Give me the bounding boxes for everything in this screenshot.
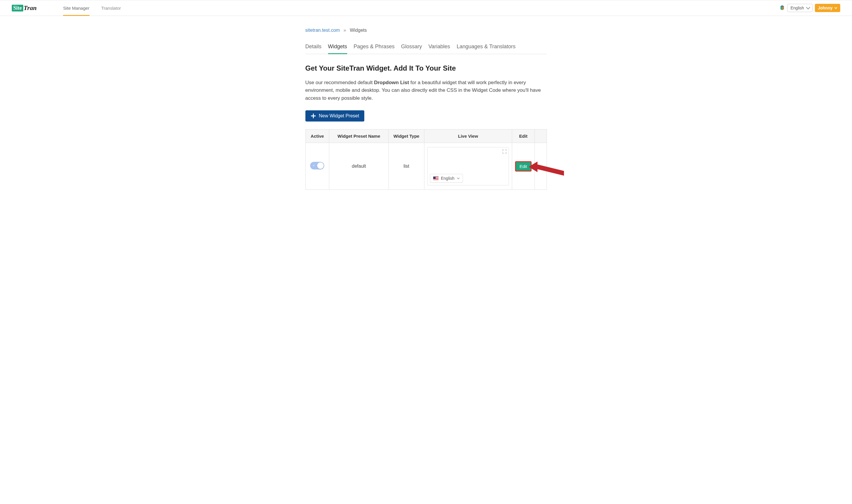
- widget-live-dropdown[interactable]: English: [430, 174, 463, 183]
- tab-glossary[interactable]: Glossary: [401, 43, 422, 54]
- new-widget-preset-button[interactable]: New Widget Preset: [306, 110, 365, 122]
- user-name: Johnny: [818, 5, 833, 10]
- language-select-wrap: English: [787, 4, 813, 12]
- page-title: Get Your SiteTran Widget. Add It To Your…: [306, 64, 547, 72]
- col-type: Widget Type: [388, 129, 424, 143]
- logo-rest: Tran: [23, 4, 36, 12]
- tab-details[interactable]: Details: [306, 43, 321, 54]
- breadcrumb-sep: »: [343, 28, 346, 33]
- breadcrumb-current: Widgets: [350, 28, 367, 33]
- tab-pages-phrases[interactable]: Pages & Phrases: [354, 43, 395, 54]
- flag-us-icon: [433, 177, 438, 180]
- tab-variables[interactable]: Variables: [429, 43, 450, 54]
- nav-links: Site Manager Translator: [63, 0, 121, 16]
- nav-translator[interactable]: Translator: [101, 0, 121, 16]
- expand-icon[interactable]: [502, 149, 507, 154]
- col-rest: [535, 129, 546, 143]
- user-menu-button[interactable]: Johnny: [815, 4, 840, 12]
- col-live: Live View: [424, 129, 512, 143]
- new-preset-label: New Widget Preset: [319, 113, 359, 119]
- logo[interactable]: SiteTran: [12, 4, 36, 12]
- edit-button[interactable]: Edit: [515, 161, 532, 172]
- cell-widget-type: list: [388, 143, 424, 190]
- toggle-knob: [317, 162, 324, 169]
- language-select[interactable]: English: [787, 4, 813, 12]
- col-active: Active: [306, 129, 329, 143]
- plus-icon: [311, 113, 316, 119]
- main-content: sitetran.test.com » Widgets Details Widg…: [306, 16, 547, 213]
- live-lang-label: English: [441, 176, 454, 181]
- col-edit: Edit: [512, 129, 535, 143]
- chevron-down-icon: [834, 6, 837, 10]
- cell-preset-name: default: [329, 143, 389, 190]
- subtabs: Details Widgets Pages & Phrases Glossary…: [306, 43, 547, 54]
- preset-table: Active Widget Preset Name Widget Type Li…: [306, 129, 547, 190]
- books-icon[interactable]: [780, 5, 785, 11]
- active-toggle[interactable]: ✓: [310, 162, 324, 169]
- col-name: Widget Preset Name: [329, 129, 389, 143]
- page-description: Use our recommended default Dropdown Lis…: [306, 79, 547, 102]
- desc-pre: Use our recommended default: [306, 80, 374, 85]
- nav-site-manager[interactable]: Site Manager: [63, 0, 89, 16]
- breadcrumb: sitetran.test.com » Widgets: [306, 28, 547, 33]
- chevron-down-icon: [457, 177, 460, 180]
- tab-widgets[interactable]: Widgets: [328, 43, 347, 54]
- tab-languages-translators[interactable]: Languages & Translators: [456, 43, 516, 54]
- logo-box: Site: [12, 5, 23, 12]
- table-wrap: Active Widget Preset Name Widget Type Li…: [306, 129, 547, 190]
- desc-bold: Dropdown List: [374, 80, 409, 85]
- breadcrumb-site-link[interactable]: sitetran.test.com: [306, 28, 340, 33]
- top-nav: SiteTran Site Manager Translator English…: [0, 0, 852, 16]
- live-view-box: English: [427, 147, 509, 185]
- check-icon: ✓: [312, 164, 315, 167]
- topnav-right: English Johnny: [780, 4, 840, 12]
- table-row: ✓ default list English: [306, 143, 546, 190]
